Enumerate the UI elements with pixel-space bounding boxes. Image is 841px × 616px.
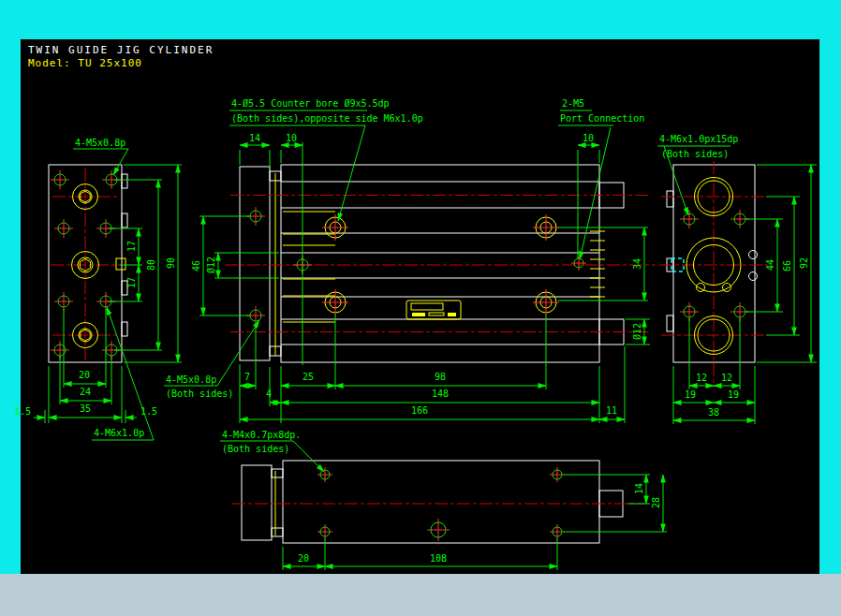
drawing-model: Model: TU 25x100 — [28, 57, 142, 69]
dim-14: 14 — [249, 133, 260, 143]
dim-46: 46 — [191, 260, 201, 271]
label-m5-side-2: (Both sides) — [166, 389, 233, 399]
window-bottom-strip — [0, 574, 841, 616]
dim-92: 92 — [799, 257, 809, 269]
dim-4: 4 — [266, 389, 272, 399]
label-port-1: 2-M5 — [562, 98, 584, 109]
dim-34: 34 — [632, 258, 642, 270]
dim-19a: 19 — [685, 389, 696, 400]
dim-24: 24 — [80, 387, 91, 397]
dim-10b: 10 — [583, 133, 594, 143]
dim-14b: 14 — [634, 483, 644, 494]
dim-dia12-left: Ø12 — [206, 257, 216, 273]
label-m6x15dp-1: 4-M6x1.0px15dp — [659, 134, 738, 144]
dim-1-5-right: 1.5 — [140, 406, 157, 417]
label-m4-1: 4-M4x0.7px8dp. — [222, 430, 301, 440]
drawing-title: TWIN GUIDE JIG CYLINDER — [28, 44, 214, 56]
cad-drawing: TWIN GUIDE JIG CYLINDER Model: TU 25x100… — [0, 0, 841, 616]
cad-viewer-window: TWIN GUIDE JIG CYLINDER Model: TU 25x100… — [0, 0, 841, 616]
dim-148: 148 — [432, 389, 449, 399]
dim-19b: 19 — [728, 389, 739, 400]
dim-7: 7 — [244, 372, 250, 382]
dim-12a: 12 — [696, 373, 707, 383]
label-m6-bottom: 4-M6x1.0p — [94, 428, 144, 438]
label-m5-top: 4-M5x0.8p — [75, 138, 125, 148]
label-counterbore-2: (Both sides),opposite side M6x1.0p — [231, 113, 423, 124]
dim-10a: 10 — [286, 133, 297, 143]
dim-20b: 20 — [298, 553, 309, 564]
dim-11: 11 — [606, 405, 617, 416]
dim-66: 66 — [782, 260, 792, 271]
dim-166: 166 — [411, 405, 428, 416]
dim-20: 20 — [79, 370, 90, 380]
dim-44: 44 — [765, 259, 775, 271]
dim-17a: 17 — [126, 241, 137, 252]
label-m5-side-1: 4-M5x0.8p — [166, 374, 216, 385]
dim-1-5-left: 1.5 — [14, 406, 31, 417]
dim-17b: 17 — [126, 277, 137, 288]
label-m6x15dp-2: (Both sides) — [661, 149, 729, 159]
dim-80: 80 — [146, 259, 156, 271]
dim-98: 98 — [435, 372, 446, 382]
dim-38: 38 — [708, 407, 719, 418]
dim-28: 28 — [651, 497, 661, 508]
dim-108: 108 — [430, 553, 447, 564]
dim-25: 25 — [302, 372, 314, 382]
label-port-2: Port Connection — [560, 113, 644, 124]
label-m4-2: (Both sides) — [222, 444, 289, 454]
dim-90: 90 — [166, 257, 176, 269]
dim-35: 35 — [80, 403, 91, 414]
dim-dia12-right: Ø12 — [632, 323, 642, 340]
label-counterbore-1: 4-Ø5.5 Counter bore Ø9x5.5dp — [231, 98, 390, 109]
dim-12b: 12 — [721, 373, 732, 383]
